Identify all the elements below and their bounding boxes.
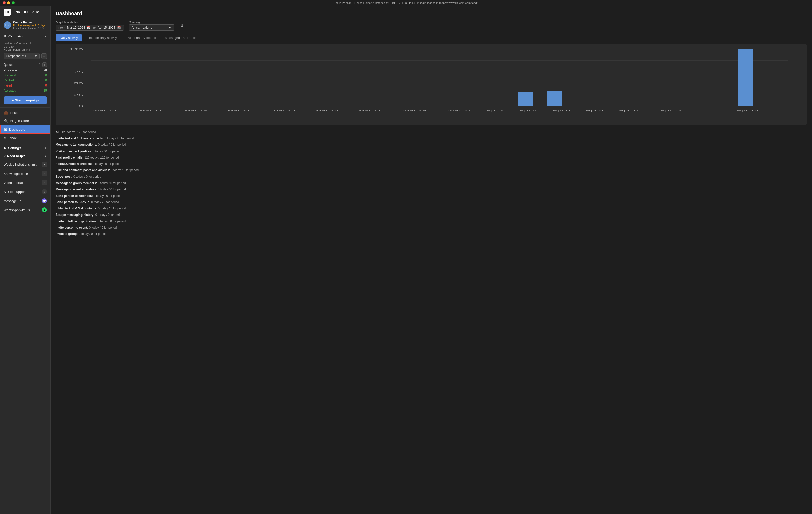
svg-text:50: 50 bbox=[74, 82, 83, 85]
minimize-button[interactable] bbox=[7, 1, 10, 4]
user-license: Pro license expires in 3 days bbox=[13, 24, 47, 27]
queue-label: Queue bbox=[4, 63, 13, 66]
question-icon: ? bbox=[42, 189, 47, 194]
chart-tabs: Daily activity LinkedIn only activity In… bbox=[56, 34, 807, 41]
page-title: Dashboard bbox=[56, 11, 807, 17]
svg-rect-13 bbox=[738, 49, 753, 106]
date-range-control: Graph boundaries From Mar 15, 2024 📅 To … bbox=[56, 21, 124, 31]
accepted-row: Accepted 15 bbox=[0, 88, 50, 93]
svg-text:Mar 21: Mar 21 bbox=[227, 109, 251, 112]
dropdown-chevron-icon: ▼ bbox=[34, 54, 37, 58]
accepted-value: 15 bbox=[44, 89, 47, 92]
svg-text:Mar 15: Mar 15 bbox=[93, 109, 116, 112]
need-help-section-header[interactable]: ? Need help? ▲ bbox=[0, 152, 50, 160]
download-button[interactable]: ⬇ bbox=[179, 22, 185, 29]
stats-list-item: Invite 2nd and 3rd level contacts: 0 tod… bbox=[56, 135, 807, 142]
add-campaign-button[interactable]: + bbox=[41, 53, 47, 59]
sidebar-item-dashboard[interactable]: ⊞ Dashboard bbox=[0, 125, 50, 134]
successful-row: Successful 0 bbox=[0, 73, 50, 78]
campaign-dropdown-chevron: ▼ bbox=[168, 26, 172, 29]
svg-text:Mar 17: Mar 17 bbox=[140, 109, 163, 112]
sidebar-item-plugin-store[interactable]: 🔌 Plug-in Store bbox=[0, 117, 50, 125]
stats-list-item: Boost post: 0 today / 0 for period bbox=[56, 174, 807, 180]
stats-list-item: Like and comment posts and articles: 0 t… bbox=[56, 167, 807, 174]
processing-value: 28 bbox=[44, 68, 47, 72]
date-separator: To bbox=[93, 26, 96, 29]
tab-invited-accepted[interactable]: Invited and Accepted bbox=[121, 34, 160, 41]
campaign-control: Campaign All campaigns ▼ bbox=[129, 21, 174, 31]
stats-list-item: Message to event attendees: 0 today / 0 … bbox=[56, 186, 807, 193]
tab-linkedin-only[interactable]: LinkedIn only activity bbox=[83, 34, 121, 41]
graph-boundaries-label: Graph boundaries bbox=[56, 21, 124, 24]
title-bar: Cécile Panzani | Linked Helper 2 Instanc… bbox=[0, 0, 812, 6]
settings-label: ⚙ Settings bbox=[4, 146, 21, 150]
svg-text:Apr 2: Apr 2 bbox=[486, 109, 504, 112]
svg-text:Apr 8: Apr 8 bbox=[585, 109, 603, 112]
weekly-invitations-item[interactable]: Weekly invitations limit ↗ bbox=[0, 160, 50, 169]
add-to-queue-button[interactable]: + bbox=[42, 62, 47, 67]
svg-text:Mar 19: Mar 19 bbox=[184, 109, 208, 112]
tab-messaged-replied[interactable]: Messaged and Replied bbox=[161, 34, 202, 41]
campaign-chevron-icon: ▲ bbox=[44, 35, 47, 38]
stats-list-item: All: 120 today / 178 for period bbox=[56, 129, 807, 135]
svg-text:Apr 15: Apr 15 bbox=[736, 109, 758, 112]
external-link-icon-vt: ↗ bbox=[42, 180, 47, 185]
to-date: Apr 15, 2024 bbox=[98, 26, 115, 29]
settings-chevron-icon: ▼ bbox=[44, 147, 47, 150]
edit-icon[interactable]: ✎ bbox=[29, 42, 32, 45]
calendar-from-icon[interactable]: 📅 bbox=[87, 26, 91, 29]
campaign-dropdown[interactable]: Campagne n°1 ▼ bbox=[4, 53, 40, 59]
user-info: Cécile Panzani Pro license expires in 3 … bbox=[13, 21, 47, 30]
stats-list-item: Send person to Snov.io: 0 today / 0 for … bbox=[56, 199, 807, 205]
avatar: CP bbox=[4, 21, 11, 29]
campaign-selector: Campagne n°1 ▼ + bbox=[0, 52, 50, 61]
failed-value: 0 bbox=[45, 84, 47, 87]
campaign-filter-dropdown[interactable]: All campaigns ▼ bbox=[129, 24, 174, 31]
start-campaign-button[interactable]: ▶ Start campaign bbox=[4, 96, 47, 104]
maximize-button[interactable] bbox=[12, 1, 15, 4]
actions-info: Last 24 hrs' actions ✎ 0 of 150 No campa… bbox=[0, 40, 50, 52]
svg-text:Mar 25: Mar 25 bbox=[315, 109, 339, 112]
stats-list-item: Invite to follow organization: 0 today /… bbox=[56, 218, 807, 224]
replied-row: Replied 0 bbox=[0, 78, 50, 83]
settings-gear-icon: ⚙ bbox=[4, 146, 7, 150]
stats-list-item: Message to 1st connections: 0 today / 0 … bbox=[56, 142, 807, 148]
knowledge-base-item[interactable]: Knowledge base ↗ bbox=[0, 169, 50, 178]
close-button[interactable] bbox=[3, 1, 6, 4]
tab-daily-activity[interactable]: Daily activity bbox=[56, 34, 82, 41]
svg-text:120: 120 bbox=[69, 48, 83, 51]
user-balance: Email Finder balance: 1377 bbox=[13, 27, 47, 30]
help-icon: ? bbox=[4, 154, 6, 158]
user-section: CP Cécile Panzani Pro license expires in… bbox=[0, 18, 50, 32]
svg-text:Mar 31: Mar 31 bbox=[448, 109, 471, 112]
sidebar-item-linkedin[interactable]: 💼 LinkedIn bbox=[0, 109, 50, 117]
successful-label: Successful bbox=[4, 73, 18, 77]
sidebar-header: LH LINKEDHELPER2 bbox=[0, 6, 50, 18]
date-range-picker[interactable]: From Mar 15, 2024 📅 To Apr 15, 2024 📅 bbox=[56, 25, 124, 31]
from-label: From bbox=[58, 26, 65, 29]
ask-support-item[interactable]: Ask for support ? bbox=[0, 187, 50, 196]
campaign-filter-label: Campaign bbox=[129, 21, 174, 24]
external-link-icon: ↗ bbox=[42, 162, 47, 167]
external-link-icon-kb: ↗ bbox=[42, 171, 47, 176]
failed-label: Failed bbox=[4, 84, 12, 87]
sidebar-item-inbox[interactable]: ✉ Inbox bbox=[0, 134, 50, 142]
stats-list: All: 120 today / 178 for periodInvite 2n… bbox=[56, 129, 807, 237]
stats-list-item: Send person to webhook: 0 today / 0 for … bbox=[56, 193, 807, 199]
campaign-section-label: 🏳 Campaign bbox=[4, 34, 24, 38]
messenger-icon: 💬 bbox=[42, 198, 47, 203]
replied-label: Replied bbox=[4, 79, 14, 82]
queue-row: Queue 1 + bbox=[0, 62, 50, 68]
video-tutorials-item[interactable]: Video tutorials ↗ bbox=[0, 178, 50, 187]
campaign-section-header[interactable]: 🏳 Campaign ▲ bbox=[0, 32, 50, 40]
need-help-label: ? Need help? bbox=[4, 154, 25, 158]
whatsapp-item[interactable]: WhatsApp with us 📱 bbox=[0, 205, 50, 214]
linkedin-icon: 💼 bbox=[4, 111, 8, 115]
svg-text:Apr 12: Apr 12 bbox=[660, 109, 682, 112]
svg-rect-11 bbox=[518, 92, 533, 106]
calendar-to-icon[interactable]: 📅 bbox=[117, 26, 121, 29]
message-us-item[interactable]: Message us 💬 bbox=[0, 196, 50, 205]
traffic-lights bbox=[3, 1, 15, 4]
settings-section-header[interactable]: ⚙ Settings ▼ bbox=[0, 144, 50, 152]
user-name: Cécile Panzani bbox=[13, 21, 47, 24]
